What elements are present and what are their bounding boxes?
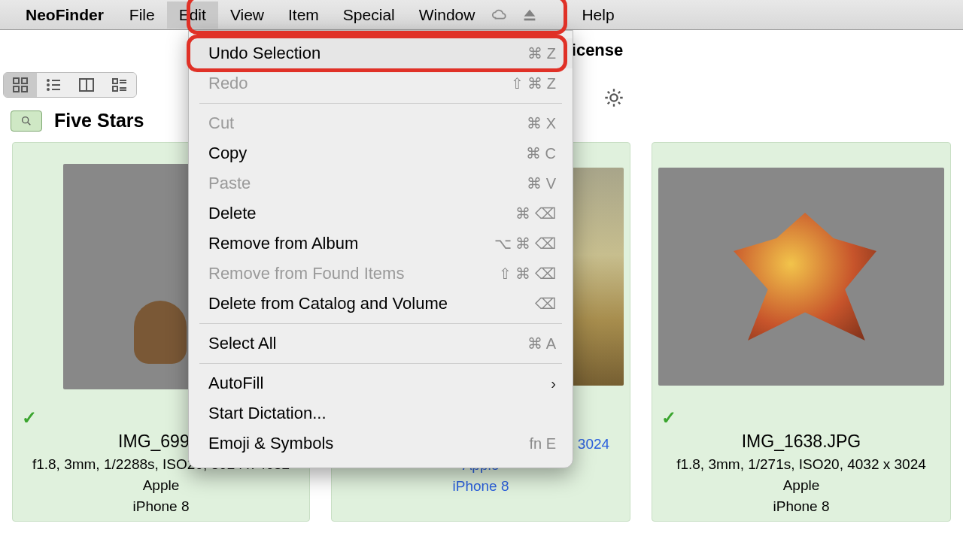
menu-item-label: Remove from Found Items [208,264,404,283]
view-icon-button[interactable] [4,73,37,97]
thumbnail-image [658,149,944,404]
menu-window[interactable]: Window [407,2,488,29]
menu-item-remove-from-album[interactable]: Remove from Album⌥ ⌘ ⌫ [189,229,573,259]
menu-view[interactable]: View [218,2,276,29]
menu-shortcut: ⌘ C [526,144,556,162]
album-title: Five Stars [54,110,144,132]
menu-item-autofill[interactable]: AutoFill› [189,368,573,398]
menu-item-label: Cut [208,114,234,133]
menu-item-emoji-symbols[interactable]: Emoji & Symbolsfn E [189,428,573,459]
svg-rect-13 [113,79,117,83]
cloud-icon[interactable] [491,7,508,23]
check-icon: ✓ [661,407,676,428]
menu-shortcut: ⌘ Z [527,44,556,62]
menu-item-redo: Redo⇧ ⌘ Z [189,68,573,98]
menu-shortcut: ⌘ ⌫ [515,204,556,222]
menu-shortcut: fn E [529,435,556,453]
menu-item-select-all[interactable]: Select All⌘ A [189,328,573,359]
menu-shortcut: ⌘ A [527,334,556,353]
menu-item-label: Select All [208,334,277,353]
svg-point-19 [610,94,617,101]
svg-line-21 [28,123,30,125]
menu-item-copy[interactable]: Copy⌘ C [189,138,573,168]
file-name: IMG_1638.JPG [742,431,861,452]
view-column-button[interactable] [70,73,103,97]
svg-point-5 [47,79,50,82]
menu-item-label: Paste [208,174,251,193]
camera-make: Apple [143,477,180,494]
menu-item-label: Undo Selection [208,44,320,63]
menu-shortcut: ⇧ ⌘ ⌫ [499,265,556,283]
menu-item-label: Redo [208,74,248,93]
svg-rect-1 [14,78,19,83]
camera-model: iPhone 8 [773,498,829,515]
view-list-button[interactable] [37,73,70,97]
menubar: NeoFinder File Edit View Item Special Wi… [0,0,963,30]
menu-shortcut: ⌘ X [527,114,556,132]
menu-item-label: Start Dictation... [208,404,327,423]
menu-item-label: Delete [208,204,257,223]
menu-edit[interactable]: Edit [167,2,218,29]
menu-shortcut: ⇧ ⌘ Z [511,74,556,92]
exif-line: f1.8, 3mm, 1/271s, ISO20, 4032 x 3024 [676,456,926,473]
svg-rect-0 [524,18,536,20]
app-name[interactable]: NeoFinder [18,2,111,29]
camera-make: Apple [783,477,820,494]
svg-point-7 [47,83,50,86]
view-detail-button[interactable] [103,73,136,97]
svg-rect-3 [14,86,19,92]
camera-model: iPhone 8 [452,478,509,495]
svg-rect-2 [22,78,27,83]
camera-model: iPhone 8 [132,498,189,515]
smart-album-icon [11,110,42,132]
svg-point-9 [47,88,50,91]
eject-icon[interactable] [521,7,538,23]
svg-rect-4 [22,86,27,92]
thumbnail-card[interactable]: ✓ IMG_1638.JPG f1.8, 3mm, 1/271s, ISO20,… [652,142,951,522]
menu-item-label: Emoji & Symbols [208,434,333,453]
menu-item-cut: Cut⌘ X [189,108,573,138]
settings-gear-icon[interactable] [603,87,624,108]
menu-item-remove-from-found-items: Remove from Found Items⇧ ⌘ ⌫ [189,259,573,289]
menu-item-start-dictation[interactable]: Start Dictation... [189,398,573,428]
menu-help[interactable]: Help [570,2,626,29]
menu-shortcut: ⌫ [535,295,556,313]
view-switch [3,72,137,98]
edit-menu-dropdown: Undo Selection⌘ ZRedo⇧ ⌘ ZCut⌘ XCopy⌘ CP… [188,30,573,468]
chevron-right-icon: › [551,375,556,392]
menu-item-label: Delete from Catalog and Volume [208,294,448,313]
menu-shortcut: ⌘ V [527,174,556,192]
menu-item-label: AutoFill [208,374,263,393]
svg-rect-16 [113,86,117,91]
menu-item-delete-from-catalog-and-volume[interactable]: Delete from Catalog and Volume⌫ [189,289,573,319]
menu-item-label: Copy [208,144,247,163]
menu-shortcut: ⌥ ⌘ ⌫ [494,235,556,253]
menu-item-delete[interactable]: Delete⌘ ⌫ [189,198,573,229]
menu-item-menu[interactable]: Item [276,2,331,29]
menu-special[interactable]: Special [331,2,407,29]
menu-item-label: Remove from Album [208,234,358,253]
menu-item-paste: Paste⌘ V [189,168,573,198]
menu-item-undo-selection[interactable]: Undo Selection⌘ Z [189,38,573,68]
menu-file[interactable]: File [117,2,167,29]
svg-point-20 [23,117,29,123]
check-icon: ✓ [22,407,37,428]
